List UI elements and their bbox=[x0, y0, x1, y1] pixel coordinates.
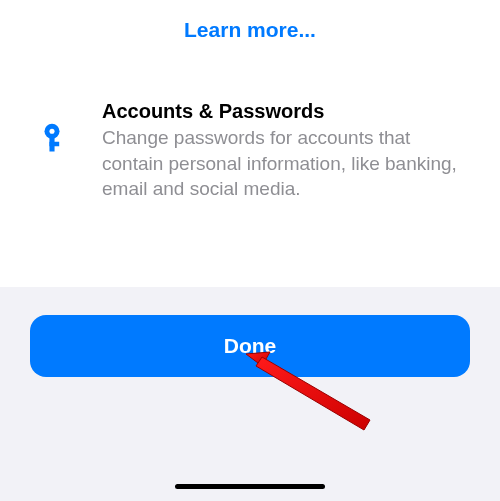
footer-area: Done bbox=[0, 287, 500, 501]
key-icon bbox=[40, 120, 76, 160]
svg-point-1 bbox=[49, 129, 54, 134]
learn-more-link[interactable]: Learn more... bbox=[0, 18, 500, 42]
done-button[interactable]: Done bbox=[30, 315, 470, 377]
svg-rect-3 bbox=[49, 142, 59, 147]
accounts-passwords-card: Accounts & Passwords Change passwords fo… bbox=[0, 100, 500, 202]
info-text: Accounts & Passwords Change passwords fo… bbox=[102, 100, 460, 202]
card-title: Accounts & Passwords bbox=[102, 100, 460, 123]
home-indicator[interactable] bbox=[175, 484, 325, 489]
content-area: Learn more... Accounts & Passwords Chang… bbox=[0, 0, 500, 242]
card-description: Change passwords for accounts that conta… bbox=[102, 125, 460, 202]
